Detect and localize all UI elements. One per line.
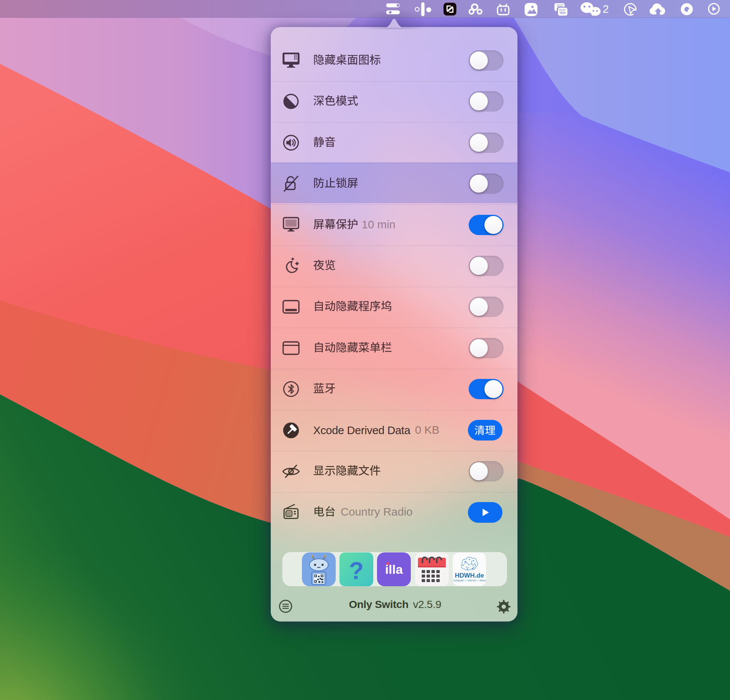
svg-text:?: ? <box>349 557 363 584</box>
svg-text:2: 2 <box>603 3 609 15</box>
svg-text:HDWH.de: HDWH.de <box>455 572 484 579</box>
svg-text:Computer — Internet — News: Computer — Internet — News <box>453 579 486 582</box>
